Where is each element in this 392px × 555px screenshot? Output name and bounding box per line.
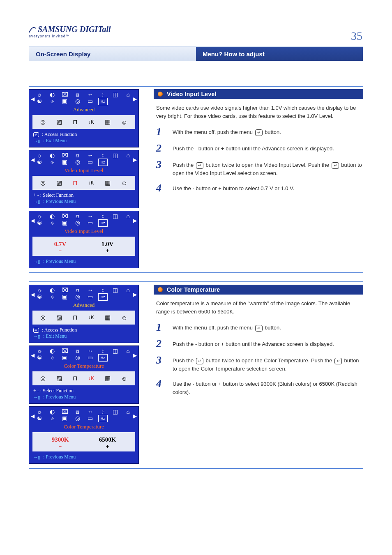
size-icon[interactable]: ⧈ [73,152,82,159]
osd-nav-left-icon[interactable]: ◀ [31,352,35,358]
fullscreen-icon[interactable]: ▭ [85,159,95,166]
brightness-icon[interactable]: ☼ [35,91,44,98]
info-icon[interactable]: ☺ [121,314,127,321]
color-temp-icon[interactable]: ↓K [88,315,94,320]
advanced-icon[interactable]: ⌂ [123,408,133,415]
fullscreen-icon[interactable]: ▭ [85,219,95,227]
moire-icon[interactable]: ◫ [111,152,120,159]
position-icon[interactable]: ⌧ [60,287,70,293]
size-icon[interactable]: ⧈ [73,348,82,354]
size-icon[interactable]: ⧈ [73,287,82,293]
video-level-icon[interactable]: ⊓ [73,118,78,126]
contrast-icon[interactable]: ◐ [48,287,57,293]
brightness-icon[interactable]: ☼ [35,152,44,159]
hz-icon[interactable]: Hz [98,219,108,227]
reset-icon[interactable]: ◎ [73,354,82,362]
brightness-icon[interactable]: ☼ [35,348,44,354]
pattern-icon[interactable]: ▨ [56,375,62,382]
contrast-icon[interactable]: ◐ [48,408,57,415]
moire-icon[interactable]: ◫ [111,91,120,98]
size-icon[interactable]: ⧈ [73,408,82,415]
language-icon[interactable]: ☯ [35,98,44,105]
osd-left-icon[interactable]: ⟐ [48,415,57,422]
fullscreen-icon[interactable]: ▭ [85,293,95,301]
osd-nav-right-icon[interactable]: ▶ [133,96,137,102]
hz-icon[interactable]: Hz [98,159,108,166]
sync-icon[interactable]: ▦ [105,375,111,382]
hz-icon[interactable]: Hz [98,293,108,301]
fullscreen-icon[interactable]: ▭ [85,415,95,422]
language-icon[interactable]: ☯ [35,159,44,166]
advanced-icon[interactable]: ⌂ [123,91,133,98]
contrast-icon[interactable]: ◐ [48,348,57,354]
focus-icon[interactable]: ◎ [40,314,46,321]
h-size-icon[interactable]: ↔ [85,152,95,159]
osd-left-icon[interactable]: ⟐ [48,354,57,362]
osd-nav-left-icon[interactable]: ◀ [31,157,35,163]
osd-center-icon[interactable]: ▣ [60,293,70,301]
osd-left-icon[interactable]: ⟐ [48,219,57,227]
option-9300k[interactable]: 9300K− [52,436,69,450]
position-icon[interactable]: ⌧ [60,408,70,415]
moire-icon[interactable]: ◫ [111,287,120,293]
advanced-icon[interactable]: ⌂ [123,152,133,159]
osd-nav-left-icon[interactable]: ◀ [31,292,35,297]
info-icon[interactable]: ☺ [121,180,127,187]
h-size-icon[interactable]: ↔ [85,348,95,354]
v-size-icon[interactable]: ↕ [98,213,108,219]
info-icon[interactable]: ☺ [121,119,127,126]
brightness-icon[interactable]: ☼ [35,287,44,293]
v-size-icon[interactable]: ↕ [98,152,108,159]
contrast-icon[interactable]: ◐ [48,152,57,159]
moire-icon[interactable]: ◫ [111,213,120,219]
hz-icon[interactable]: Hz [98,354,108,362]
h-size-icon[interactable]: ↔ [85,408,95,415]
osd-center-icon[interactable]: ▣ [60,159,70,166]
focus-icon[interactable]: ◎ [40,375,46,382]
focus-icon[interactable]: ◎ [40,118,46,126]
reset-icon[interactable]: ◎ [73,159,82,166]
hz-icon[interactable]: Hz [98,98,108,105]
language-icon[interactable]: ☯ [35,415,44,422]
brightness-icon[interactable]: ☼ [35,408,44,415]
position-icon[interactable]: ⌧ [60,91,70,98]
hz-icon[interactable]: Hz [98,415,108,422]
v-size-icon[interactable]: ↕ [98,348,108,354]
language-icon[interactable]: ☯ [35,354,44,362]
advanced-icon[interactable]: ⌂ [123,287,133,293]
position-icon[interactable]: ⌧ [60,213,70,219]
osd-left-icon[interactable]: ⟐ [48,98,57,105]
language-icon[interactable]: ☯ [35,293,44,301]
osd-nav-left-icon[interactable]: ◀ [31,96,35,102]
h-size-icon[interactable]: ↔ [85,91,95,98]
focus-icon[interactable]: ◎ [40,179,46,187]
position-icon[interactable]: ⌧ [60,348,70,354]
osd-left-icon[interactable]: ⟐ [48,293,57,301]
sync-icon[interactable]: ▦ [105,314,111,321]
pattern-icon[interactable]: ▨ [56,118,62,126]
position-icon[interactable]: ⌧ [60,152,70,159]
osd-nav-right-icon[interactable]: ▶ [133,218,137,223]
option-0.7v[interactable]: 0.7V− [54,241,67,254]
v-size-icon[interactable]: ↕ [98,287,108,293]
osd-nav-right-icon[interactable]: ▶ [133,413,137,419]
reset-icon[interactable]: ◎ [73,415,82,422]
video-level-icon[interactable]: ⊓ [73,375,78,382]
color-temp-icon[interactable]: ↓K [88,375,94,381]
h-size-icon[interactable]: ↔ [85,287,95,293]
pattern-icon[interactable]: ▨ [56,314,62,321]
osd-center-icon[interactable]: ▣ [60,415,70,422]
osd-nav-left-icon[interactable]: ◀ [31,413,35,419]
option-1.0v[interactable]: 1.0V+ [101,241,114,254]
contrast-icon[interactable]: ◐ [48,213,57,219]
moire-icon[interactable]: ◫ [111,408,120,415]
v-size-icon[interactable]: ↕ [98,91,108,98]
advanced-icon[interactable]: ⌂ [123,348,133,354]
osd-nav-right-icon[interactable]: ▶ [133,292,137,297]
sync-icon[interactable]: ▦ [105,179,111,187]
size-icon[interactable]: ⧈ [73,213,82,219]
color-temp-icon[interactable]: ↓K [88,180,94,186]
osd-nav-left-icon[interactable]: ◀ [31,218,35,223]
osd-left-icon[interactable]: ⟐ [48,159,57,166]
reset-icon[interactable]: ◎ [73,293,82,301]
